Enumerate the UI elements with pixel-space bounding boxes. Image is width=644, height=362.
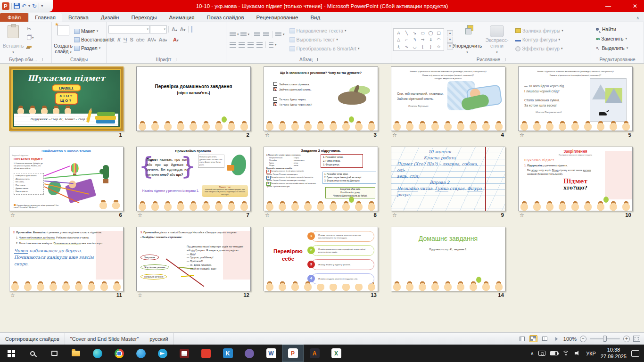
animation-star-icon[interactable]: ☆ <box>138 212 142 218</box>
display-tray-icon[interactable] <box>538 351 545 356</box>
excel-button[interactable]: X <box>325 345 347 362</box>
tab-home[interactable]: Главная <box>28 13 62 22</box>
shape-icon[interactable]: ☆ <box>435 43 443 50</box>
slide-8[interactable]: Завдання 2 підручника. 2. Прочитайте сло… <box>264 147 378 211</box>
collapse-ribbon-icon[interactable]: ∧ <box>636 16 639 20</box>
clock[interactable]: 10:3827.09.2025 <box>601 347 627 360</box>
shrink-font-button[interactable]: А▾ <box>178 26 186 32</box>
slide-14[interactable]: Домашнє завдання Підручник – стор. 41, з… <box>391 227 505 291</box>
file-explorer-button[interactable] <box>65 345 87 362</box>
tab-file[interactable]: Файл <box>0 13 28 22</box>
zoom-in-button[interactable]: + <box>623 336 630 342</box>
undo-icon[interactable]: ↶ <box>22 3 26 9</box>
language-status[interactable]: русский <box>144 333 173 345</box>
text-shadow-button[interactable]: S <box>128 37 134 42</box>
shape-icon[interactable]: ▢ <box>435 29 443 36</box>
shape-icon[interactable]: } <box>427 43 435 50</box>
customize-qat-icon[interactable]: ▾ <box>41 4 43 8</box>
slideshow-view-button[interactable] <box>552 335 560 342</box>
italic-button[interactable]: К <box>116 37 122 42</box>
shape-effects-button[interactable]: Эффекты фигур▾ <box>515 45 563 53</box>
red-app-button[interactable] <box>195 345 217 362</box>
shapes-scroll-up-icon[interactable]: ▴ <box>447 30 453 36</box>
shape-icon[interactable]: ◡ <box>411 43 419 50</box>
close-button[interactable]: ✕ <box>630 3 640 9</box>
animation-star-icon[interactable]: ☆ <box>138 292 142 298</box>
shape-fill-button[interactable]: Заливка фигуры▾ <box>515 27 563 35</box>
dialog-launcher-icon[interactable] <box>39 58 42 61</box>
shape-icon[interactable]: ⇓ <box>427 36 435 43</box>
word-button[interactable]: W <box>260 345 282 362</box>
language-indicator[interactable]: УКР <box>586 351 596 356</box>
shape-icon[interactable]: ↘ <box>411 29 419 36</box>
tab-slideshow[interactable]: Показ слайдов <box>200 13 250 22</box>
save-icon[interactable] <box>14 3 20 9</box>
justify-icon[interactable] <box>256 42 263 48</box>
animation-star-icon[interactable]: ☆ <box>520 212 524 218</box>
strikethrough-button[interactable]: abc <box>135 37 146 42</box>
clear-formatting-button[interactable] <box>190 26 194 32</box>
speaker-icon[interactable] <box>575 351 581 356</box>
normal-view-button[interactable] <box>518 335 526 342</box>
font-family-select[interactable]: ▾ <box>108 25 150 33</box>
tab-review[interactable]: Рецензирование <box>250 13 305 22</box>
slide-sorter-view-button[interactable] <box>529 335 537 342</box>
slide-12[interactable]: 3. Прочитайте діалог з повісті Всеволода… <box>136 227 251 291</box>
animation-star-icon[interactable]: ☆ <box>265 212 270 218</box>
animation-star-icon[interactable]: ☆ <box>392 212 397 218</box>
task-view-button[interactable] <box>43 345 65 362</box>
animation-star-icon[interactable]: ☆ <box>10 292 15 298</box>
find-button[interactable]: Найти <box>596 25 643 33</box>
hidden-icons-chevron[interactable]: ∧ <box>530 351 534 356</box>
tab-transitions[interactable]: Переходы <box>125 13 163 22</box>
shape-icon[interactable]: ∿ <box>403 43 411 50</box>
slide-10[interactable]: Закріплення Послідовне виконання завдань… <box>518 147 633 211</box>
slide-4[interactable]: Якими є ці речення за метою висловлюванн… <box>391 66 505 131</box>
replace-button[interactable]: abЗаменить▾ <box>596 34 643 43</box>
slide-6[interactable]: Знайомство з новою темою Завдання 1 підр… <box>9 147 124 211</box>
dialog-launcher-icon[interactable] <box>502 58 505 61</box>
powerpoint-button[interactable]: P <box>282 345 304 362</box>
underline-button[interactable]: Ч <box>122 37 129 42</box>
shape-icon[interactable]: ◯ <box>427 29 435 36</box>
tab-animations[interactable]: Анимация <box>163 13 200 22</box>
dialog-launcher-icon[interactable] <box>314 58 318 61</box>
shape-icon[interactable]: A <box>395 29 403 36</box>
shape-icon[interactable]: { <box>419 43 427 50</box>
select-button[interactable]: ↖Выделить▾ <box>596 44 643 52</box>
animation-star-icon[interactable]: ☆ <box>520 132 524 138</box>
ebook-app-button[interactable] <box>173 345 195 362</box>
shape-outline-button[interactable]: Контур фигуры▾ <box>515 36 563 44</box>
reading-view-button[interactable] <box>541 335 549 342</box>
browser-button[interactable] <box>130 345 152 362</box>
animation-star-icon[interactable]: ☆ <box>392 132 397 138</box>
arrange-button[interactable]: Упорядочить▾ <box>456 24 479 55</box>
align-right-icon[interactable] <box>248 42 254 48</box>
shape-icon[interactable]: ⇒ <box>419 36 427 43</box>
increase-indent-icon[interactable] <box>263 32 269 37</box>
tab-insert[interactable]: Вставка <box>62 13 95 22</box>
format-painter-button[interactable] <box>26 43 35 50</box>
character-spacing-button[interactable]: AV▾ <box>146 37 157 42</box>
animation-star-icon[interactable]: ☆ <box>10 212 15 218</box>
dialog-launcher-icon[interactable] <box>173 58 176 61</box>
start-button[interactable] <box>0 345 22 362</box>
columns-icon[interactable] <box>269 42 273 48</box>
shape-icon[interactable]: ↰ <box>411 36 419 43</box>
slide-13[interactable]: Перевіряюсебе 1Я можу пояснити, якими є … <box>264 227 378 291</box>
decrease-indent-icon[interactable] <box>254 32 260 37</box>
paste-button[interactable]: Вставить▾ <box>2 24 25 55</box>
copy-button[interactable]: ▾ <box>26 34 35 41</box>
line-spacing-icon[interactable] <box>275 32 281 37</box>
shape-icon[interactable]: ◠ <box>435 36 443 43</box>
telegram-button[interactable] <box>152 345 173 362</box>
slide-2[interactable]: Перевірка домашнього завдання (вірш напа… <box>136 66 251 131</box>
shapes-scroll-down-icon[interactable]: ▾ <box>447 37 453 43</box>
wifi-icon[interactable] <box>562 351 570 356</box>
tab-view[interactable]: Вид <box>304 13 326 22</box>
quick-styles-button[interactable]: Экспресс-стили▾ <box>481 24 512 55</box>
zoom-level[interactable]: 100% <box>563 336 577 342</box>
slide-5[interactable]: Якими є ці речення за метою висловлюванн… <box>518 66 633 131</box>
align-text-button[interactable]: Выровнять текст▾ <box>289 36 360 44</box>
redo-icon[interactable]: ↻ <box>32 3 37 9</box>
